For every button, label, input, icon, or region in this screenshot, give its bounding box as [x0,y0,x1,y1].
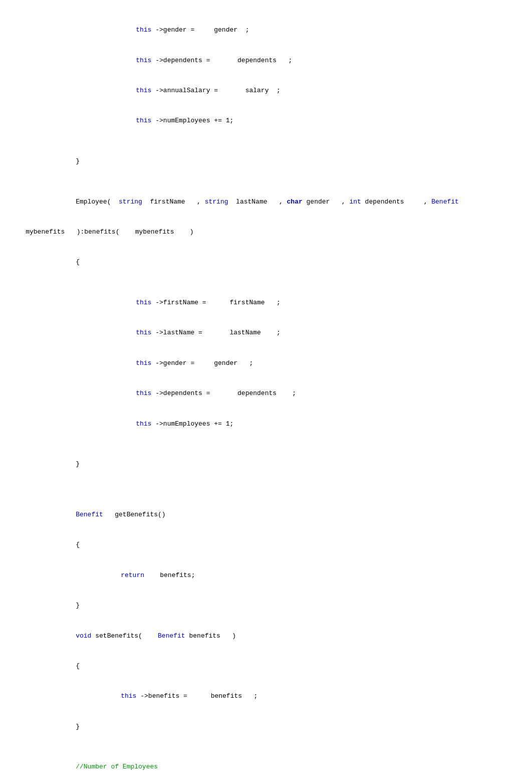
code-line-close-4: } [10,712,522,742]
keyword-this: this [136,26,151,34]
code-line-blank-5 [10,479,522,489]
keyword-this-ne2: this [136,420,151,428]
code-line-return-benefits: return benefits; [10,560,522,591]
code-line-getbenefits: Benefit getBenefits() [10,500,522,530]
code-line-open-3: { [10,651,522,681]
code-line-blank-6 [10,490,522,500]
code-line-close-3: } [10,591,522,621]
code-line-1: this ->gender = gender ; [10,15,522,45]
code-line-employee-constructor: Employee( string firstName , string last… [10,186,522,217]
code-line-this-benefits: this ->benefits = benefits ; [10,681,522,711]
keyword-this-fn: this [136,299,151,306]
code-line-blank-3 [10,278,522,288]
code-line-this-lastname: this ->lastName = lastName ; [10,318,522,348]
keyword-char: char [287,198,303,206]
code-line-close-2: } [10,449,522,479]
comment-numemployees: //Number of Employees [76,763,158,770]
keyword-this-b: this [121,692,136,700]
code-line-3: this ->annualSalary = salary ; [10,76,522,106]
code-line-this-numemployees2: this ->numEmployees += 1; [10,409,522,439]
code-line-this-firstname: this ->firstName = firstName ; [10,288,522,318]
keyword-string-1: string [119,198,142,206]
code-container: this ->gender = gender ; this ->dependen… [0,10,532,780]
keyword-benefit-3: Benefit [158,632,185,640]
code-line-blank-7 [10,742,522,752]
code-line-this-dependents2: this ->dependents = dependents ; [10,378,522,409]
keyword-this-d2: this [136,389,151,397]
code-line-this-gender2: this ->gender = gender ; [10,348,522,378]
code-line-4: this ->numEmployees += 1; [10,106,522,136]
keyword-return-1: return [121,571,144,579]
code-line-setbenefits: void setBenefits( Benefit benefits ) [10,621,522,651]
code-line-close-1: } [10,146,522,176]
keyword-string-2: string [205,198,228,206]
code-line-open-1: { [10,247,522,277]
keyword-this-ln: this [136,329,151,336]
keyword-int-1: int [349,198,361,206]
code-line-mybenefits: mybenefits ):benefits( mybenefits ) [10,217,522,247]
keyword-this: this [136,117,151,124]
keyword-this-g2: this [136,359,151,367]
code-line-open-2: { [10,530,522,560]
keyword-this: this [136,87,151,94]
code-line-blank-1 [10,136,522,146]
code-line-comment-numemployees: //Number of Employees [10,752,522,780]
keyword-void-1: void [76,632,91,640]
code-line-blank-2 [10,176,522,186]
code-line-2: this ->dependents = dependents ; [10,45,522,75]
keyword-benefit-2: Benefit [76,511,103,518]
keyword-benefit-1: Benefit [431,198,459,206]
keyword-this: this [136,57,151,64]
code-line-blank-4 [10,439,522,449]
